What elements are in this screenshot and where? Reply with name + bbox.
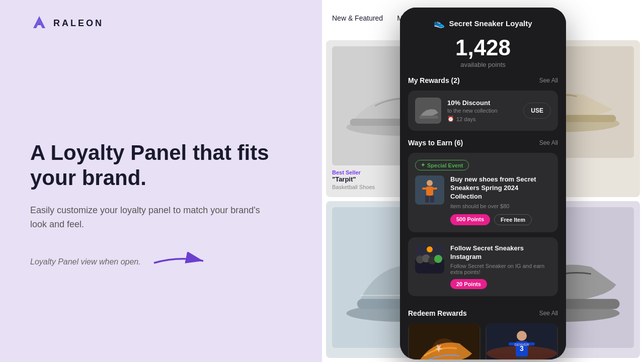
hero-subtitle: Easily customize your loyalty panel to m…: [30, 203, 262, 232]
special-event-badge: ✦ Special Event: [415, 160, 469, 170]
redeem-section: Redeem Rewards See All: [400, 309, 566, 359]
redeem-title: Redeem Rewards: [408, 309, 467, 317]
nav-new-featured[interactable]: New & Featured: [332, 14, 383, 22]
use-reward-button[interactable]: USE: [523, 103, 551, 119]
redeem-section-header: Redeem Rewards See All: [408, 309, 558, 317]
star-icon: ✦: [421, 162, 425, 168]
points-label: available points: [410, 61, 556, 68]
reward-info: 10% Discount to the new collection ⏰ 12 …: [447, 99, 517, 122]
svg-rect-20: [430, 196, 434, 203]
reward-subtitle: to the new collection: [447, 108, 517, 114]
redeem-card-2[interactable]: 3 DENVER 👟: [486, 323, 558, 359]
svg-rect-40: [522, 356, 527, 359]
earn-sub-1: item should be over $80: [450, 203, 551, 209]
svg-point-27: [427, 246, 433, 252]
earn-thumb-1: [415, 175, 444, 205]
svg-text:DENVER: DENVER: [514, 343, 529, 346]
earn-card-1[interactable]: ✦ Special Event: [408, 153, 558, 232]
earn-sub-2: Follow Secret Sneaker on IG and earn ext…: [450, 263, 551, 275]
svg-point-15: [427, 180, 433, 186]
panel-brand: 👟 Secret Sneaker Loyalty: [410, 18, 556, 29]
panel-label-text: Loyalty Panel view when open.: [30, 257, 141, 266]
redeem-see-all[interactable]: See All: [539, 310, 558, 317]
reward-card: 10% Discount to the new collection ⏰ 12 …: [408, 90, 558, 131]
left-section: RALEON A Loyalty Panel that fits your br…: [0, 0, 322, 362]
expiry-text: 12 days: [456, 116, 476, 122]
earn-section-header: Ways to Earn (6) See All: [408, 139, 558, 147]
logo-icon: [30, 14, 48, 32]
svg-point-26: [434, 255, 442, 263]
my-rewards-section: My Rewards (2) See All 10% Discount to t…: [400, 76, 566, 139]
rewards-title: My Rewards (2): [408, 76, 460, 84]
earn-see-all[interactable]: See All: [539, 139, 558, 146]
svg-rect-39: [517, 356, 522, 359]
earn-title-2: Follow Secret Sneakers Instagram: [450, 244, 551, 261]
rewards-see-all[interactable]: See All: [539, 77, 558, 84]
svg-rect-19: [425, 196, 429, 203]
earn-card-1-body: Buy new shoes from Secret Sneakers Sprin…: [415, 175, 551, 225]
reward-expiry: ⏰ 12 days: [447, 116, 517, 122]
reward-thumb: [415, 98, 441, 124]
hero-title: A Loyalty Panel that fits your brand.: [30, 140, 292, 191]
svg-rect-13: [419, 116, 438, 119]
ways-to-earn-section: Ways to Earn (6) See All ✦ Special Event: [400, 139, 566, 309]
svg-rect-18: [432, 188, 437, 190]
logo-text: RALEON: [53, 18, 104, 29]
redeem-grid: 3 DENVER 👟: [408, 323, 558, 359]
earn-free-badge-1: Free Item: [494, 214, 532, 225]
earn-title: Ways to Earn (6): [408, 139, 463, 147]
right-section: New & Featured Men Women Kids Acco... Be…: [322, 0, 644, 362]
clock-icon: ⏰: [447, 116, 454, 122]
logo[interactable]: RALEON: [30, 14, 104, 32]
reward-title: 10% Discount: [447, 99, 517, 107]
earn-card-2[interactable]: Follow Secret Sneakers Instagram Follow …: [408, 237, 558, 297]
panel-label-container: Loyalty Panel view when open.: [30, 252, 292, 272]
svg-point-35: [517, 331, 527, 341]
svg-rect-16: [426, 187, 433, 196]
earn-card-2-body: Follow Secret Sneakers Instagram Follow …: [415, 244, 551, 290]
earn-points-badge-1: 500 Points: [450, 214, 490, 225]
loyalty-panel-phone: 👟 Secret Sneaker Loyalty 1,428 available…: [400, 8, 566, 359]
points-number: 1,428: [410, 37, 556, 59]
panel-header: 👟 Secret Sneaker Loyalty 1,428 available…: [400, 8, 566, 76]
redeem-card-1[interactable]: [408, 323, 480, 359]
panel-brand-icon: 👟: [434, 18, 445, 29]
earn-info-2: Follow Secret Sneakers Instagram Follow …: [450, 244, 551, 290]
hero-content: A Loyalty Panel that fits your brand. Ea…: [30, 110, 292, 272]
earn-points-badge-2: 20 Points: [450, 279, 487, 289]
rewards-section-header: My Rewards (2) See All: [408, 76, 558, 84]
svg-rect-17: [422, 188, 427, 190]
special-event-label: Special Event: [427, 162, 463, 168]
earn-info-1: Buy new shoes from Secret Sneakers Sprin…: [450, 175, 551, 225]
panel-brand-name: Secret Sneaker Loyalty: [449, 19, 532, 28]
panel-scroll-area[interactable]: 👟 Secret Sneaker Loyalty 1,428 available…: [400, 8, 566, 359]
earn-badges-1: 500 Points Free Item: [450, 214, 551, 225]
earn-title-1: Buy new shoes from Secret Sneakers Sprin…: [450, 175, 551, 201]
earn-thumb-2: [415, 244, 444, 274]
arrow-right-icon: [149, 252, 209, 272]
